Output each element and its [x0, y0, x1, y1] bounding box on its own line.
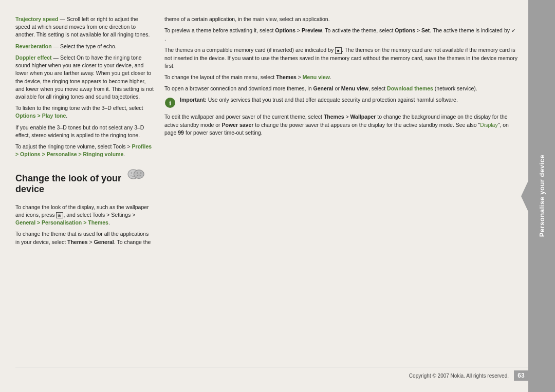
edit-after: for power saver time-out setting. [184, 129, 263, 136]
menu-view-bold: Menu view [303, 74, 330, 80]
trajectory-para: Trajectory speed — Scroll left or right … [15, 15, 154, 39]
reverberation-para: Reverberation — Select the type of echo. [15, 43, 154, 50]
ringing-volume-after: . [123, 151, 125, 157]
memory-card-para: The themes on a compatible memory card (… [164, 46, 518, 70]
svg-point-4 [137, 172, 138, 173]
set-bold: Set [421, 27, 430, 33]
general-bold: General [94, 239, 114, 245]
svg-point-5 [140, 172, 142, 173]
doppler-text: — Select On to have the ringing tone sou… [15, 54, 154, 100]
checkmark-icon: ✓ [511, 27, 516, 33]
preview-bold: Preview [302, 27, 322, 33]
download-after: (network service). [433, 85, 477, 91]
preview-mid2: . To activate the theme, select [322, 27, 395, 33]
options-bold-2: Options [395, 27, 415, 33]
doppler-heading: Doppler effect [15, 54, 52, 61]
power-saver-bold: Power saver [221, 122, 253, 128]
layout-after: . [330, 74, 331, 80]
change-look-para2: To change the theme that is used for all… [15, 230, 154, 246]
stereo-widening-text: If you enable the 3–D tones but do not s… [15, 124, 144, 138]
svg-text:i: i [169, 99, 171, 107]
memory-card-before: The themes on a compatible memory card (… [164, 47, 335, 53]
masks-icon [126, 166, 146, 182]
edit-wallpaper-para: To edit the wallpaper and power saver of… [164, 113, 518, 137]
svg-point-3 [134, 170, 144, 178]
download-themes-link: Download themes [387, 85, 433, 91]
preview-before: To preview a theme before activating it,… [164, 27, 275, 33]
reverberation-text: — Select the type of echo. [53, 43, 117, 49]
doppler-para: Doppler effect — Select On to have the r… [15, 54, 154, 101]
copyright-text: Copyright © 2007 Nokia. All rights reser… [409, 373, 509, 379]
memory-card-icon: ■ [335, 47, 342, 54]
tools-icon: ⊞ [56, 212, 63, 218]
options-bold-1: Options [275, 27, 295, 33]
ringing-volume-before: To adjust the ringing tone volume, selec… [15, 143, 132, 150]
wallpaper-bold: Wallpaper [350, 114, 376, 120]
important-text: Use only services that you trust and tha… [207, 97, 458, 103]
ringing-volume-para: To adjust the ringing tone volume, selec… [15, 143, 154, 158]
left-column: Trajectory speed — Scroll left or right … [15, 15, 164, 377]
themes-bold-3: Themes [324, 114, 344, 120]
preview-mid3: > [415, 27, 421, 33]
general-personalisation-themes: General > Personalisation > Themes [15, 219, 108, 226]
layout-para: To change the layout of the main menu, s… [164, 73, 518, 81]
important-note-box: i Important: Use only services that you … [164, 96, 518, 109]
download-mid2: , select [368, 85, 387, 91]
edit-mid3: to change the power saver that appears o… [253, 122, 480, 128]
general-bold-2: General [313, 85, 334, 91]
sidebar: Personalise your device [528, 0, 555, 392]
preview-theme-para: To preview a theme before activating it,… [164, 27, 518, 43]
change-look-para2-end: . To change the [114, 239, 151, 245]
change-look-title: Change the look of your device [15, 166, 121, 199]
sidebar-label: Personalise your device [538, 144, 546, 247]
important-note-text: Important: Use only services that you tr… [180, 96, 458, 104]
change-look-para1-after: , and select Tools > Settings > [63, 212, 135, 218]
download-mid1: or [334, 85, 341, 91]
edit-mid1: > [344, 114, 350, 120]
themes-bold-2: Themes [276, 74, 297, 80]
options-play-tone: Options > Play tone [15, 113, 66, 119]
page-ref-99: 99 [178, 129, 184, 136]
change-look-para2-after: > [88, 239, 94, 245]
footer-bar: Copyright © 2007 Nokia. All rights reser… [15, 367, 528, 381]
change-look-header: Change the look of your device [15, 166, 154, 199]
preview-mid4: . The active theme is indicated by [430, 27, 511, 33]
themes-bold: Themes [67, 239, 88, 245]
page-number: 63 [514, 370, 528, 381]
reverberation-heading: Reverberation [15, 43, 52, 49]
note-icon: i [164, 97, 176, 109]
theme-app-para: theme of a certain application, in the m… [164, 15, 518, 23]
preview-dot: . [164, 35, 166, 42]
theme-app-text: theme of a certain application, in the m… [164, 16, 330, 22]
listen-3d-text-before: To listen to the ringing tone with the 3… [15, 105, 143, 111]
svg-point-1 [131, 172, 132, 173]
change-look-para1: To change the look of the display, such … [15, 203, 154, 227]
download-before: To open a browser connection and downloa… [164, 85, 313, 91]
right-column: theme of a certain application, in the m… [164, 15, 528, 377]
menu-view-bold-2: Menu view [341, 85, 368, 91]
download-themes-para: To open a browser connection and downloa… [164, 85, 518, 92]
preview-mid1: > [295, 27, 302, 33]
stereo-widening-para: If you enable the 3–D tones but do not s… [15, 124, 154, 139]
display-link: Display [480, 122, 497, 128]
page: Trajectory speed — Scroll left or right … [0, 0, 555, 392]
listen-3d-para: To listen to the ringing tone with the 3… [15, 104, 154, 120]
change-look-para1-end: . [108, 219, 110, 226]
important-label: Important: [180, 97, 207, 103]
listen-3d-text-after: . [66, 113, 67, 119]
sidebar-arrow [521, 181, 528, 212]
layout-before: To change the layout of the main menu, s… [164, 74, 276, 80]
section-heading: Change the look of your device [15, 173, 121, 195]
edit-wallpaper-before: To edit the wallpaper and power saver of… [164, 114, 324, 120]
layout-mid: > [297, 74, 303, 80]
trajectory-heading: Trajectory speed [15, 16, 58, 22]
main-content: Trajectory speed — Scroll left or right … [0, 0, 528, 392]
